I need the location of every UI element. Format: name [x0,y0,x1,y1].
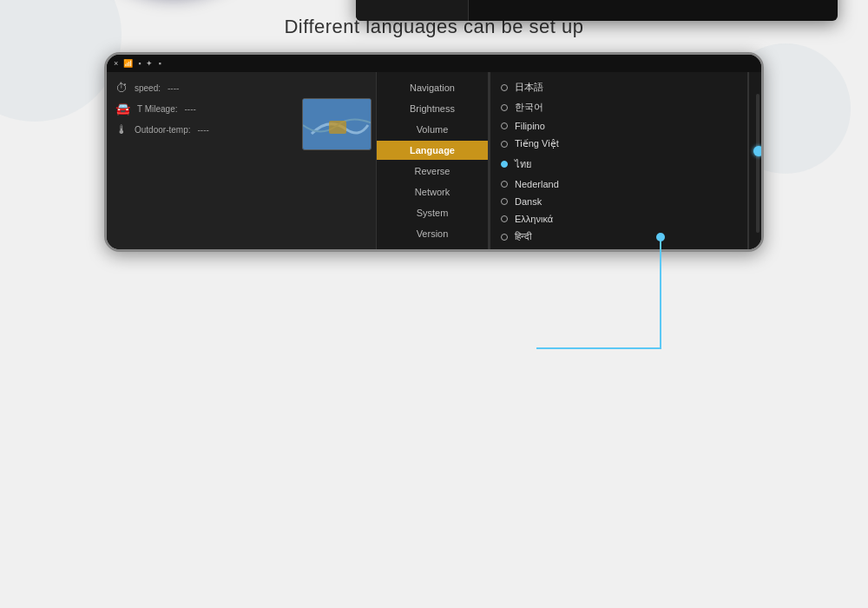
lang-radio-japanese [501,84,508,91]
temp-icon: 🌡 [115,122,128,136]
mileage-icon: 🚘 [115,102,130,116]
lang-radio-greek [501,215,508,222]
close-icon: × [114,59,118,68]
temp-value: ---- [197,125,208,135]
scroll-track [756,94,760,233]
speed-label: speed: [135,83,161,93]
divider-right [747,72,749,249]
menu-network[interactable]: Network [377,182,488,202]
connector-dot [656,233,665,241]
device-left-panel: ⏱ speed: ---- 🚘 T Mileage: ---- 🌡 Outdoo… [107,72,376,249]
menu-version[interactable]: Version [377,224,488,243]
status-rect2: ▪ [158,59,161,68]
lang-label-hindi: हिन्दी [515,231,531,242]
lang-radio-hindi [501,234,508,241]
lang-filipino[interactable]: Filipino [497,117,753,135]
lang-label-japanese: 日本語 [515,81,543,94]
lang-vietnamese[interactable]: Tiếng Việt [497,135,753,153]
status-bar: × 📶 ▪ ✦ ▪ [107,55,761,72]
lang-thai[interactable]: ไทย [497,153,753,175]
bluetooth-icon: ✦ [146,59,153,68]
lang-radio-korean [501,104,508,111]
device-menu: Navigation Brightness Volume Language Re… [376,72,489,249]
top-device: × 📶 ▪ ✦ ▪ ⏱ speed: ---- 🚘 T Mileage: ---… [104,52,764,252]
lang-label-filipino: Filipino [515,121,545,131]
lang-label-danish: Dansk [515,196,542,207]
lang-radio-danish [501,198,508,205]
lang-label-thai: ไทย [515,156,531,172]
scroll-thumb[interactable] [753,146,761,156]
lang-korean[interactable]: 한국어 [497,97,753,117]
lang-radio-thai [501,161,508,168]
lang-label-vietnamese: Tiếng Việt [515,138,559,149]
lang-greek[interactable]: Ελληνικά [497,210,753,228]
lang-radio-vietnamese [501,141,508,148]
status-rect1: ▪ [138,59,141,68]
bottom-popup: Navigation Brightness Volume Language Re… [356,0,838,21]
connector-horizontal [536,347,661,349]
speed-row: ⏱ speed: ---- [115,81,367,95]
menu-system[interactable]: System [377,203,488,222]
connector-vertical [660,241,661,349]
speed-icon: ⏱ [115,81,128,95]
lang-label-greek: Ελληνικά [515,214,553,224]
temp-label: Outdoor-temp: [135,125,190,135]
popup-menu: Navigation Brightness Volume Language Re… [356,0,469,21]
mileage-value: ---- [185,104,196,114]
device-language-list: 日本語 한국어 Filipino Tiếng Việt ไทย [489,72,761,249]
lang-danish[interactable]: Dansk [497,193,753,210]
globe-area: ★★★ [52,0,295,12]
menu-reverse[interactable]: Reverse [377,162,488,181]
speed-value: ---- [168,83,179,93]
lang-radio-dutch [501,181,508,188]
wifi-icon: 📶 [123,59,133,68]
lang-japanese[interactable]: 日本語 [497,77,753,97]
svg-rect-1 [329,121,346,134]
lang-label-dutch: Nederland [515,179,559,189]
menu-volume[interactable]: Volume [377,120,488,139]
menu-language[interactable]: Language [377,141,488,160]
divider-left [489,72,490,249]
lang-dutch[interactable]: Nederland [497,175,753,193]
menu-navigation[interactable]: Navigation [377,78,488,97]
menu-brightness[interactable]: Brightness [377,99,488,118]
lang-radio-filipino [501,122,508,129]
popup-language-list: 简体中文 繁體中文 English Español Deutsch Русски… [469,0,838,21]
map-thumbnail: Brow... [302,98,372,150]
mileage-label: T Mileage: [137,104,178,114]
lang-hindi[interactable]: हिन्दी [497,228,753,246]
lang-label-korean: 한국어 [515,101,543,114]
